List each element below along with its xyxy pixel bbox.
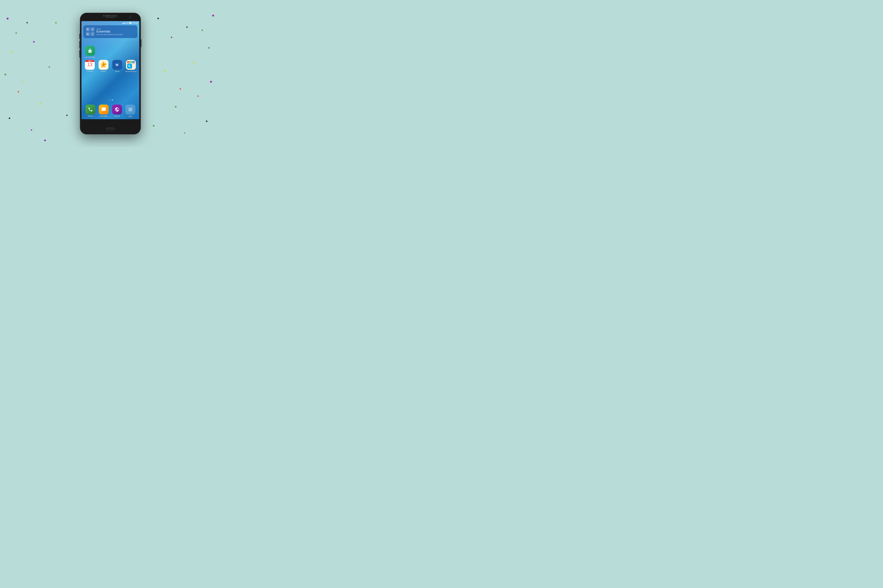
app-microsoft-apps[interactable]: X X W S Microsoft Apps [125,60,137,73]
secure-folder-label: Secure Folder [84,57,95,58]
gallery-label: Gallery [101,70,106,73]
dock: Phone Messages [81,103,139,119]
messages-label: Messages [100,115,108,117]
app-gallery[interactable]: Gallery [98,60,110,73]
svg-point-24 [131,110,132,111]
essentials-icon-list [90,27,95,32]
microsoft-apps-icon: X X W S [126,60,136,70]
page-dot-1 [108,100,109,100]
phone-screen: 91% 02:13 [81,21,139,119]
dock-row: Phone Messages [84,105,137,117]
apps-icon [125,105,135,114]
signal-icon [122,22,124,24]
svg-point-17 [130,108,131,108]
app-calendar[interactable]: WED 13 Calendar [84,60,96,73]
app-secure-folder[interactable]: Secure Folder [84,46,96,58]
speaker-grill [105,17,115,18]
phone-device: SAMSUNG 91% [80,13,141,134]
phone-icon [86,105,95,114]
bixby-button [79,50,80,58]
apps-label: Apps [128,115,132,117]
essentials-card[interactable]: Galaxy Essentials Must-have apps designe… [83,25,137,38]
status-bar: 91% 02:13 [81,21,139,25]
calendar-date: 13 [87,62,92,67]
svg-text:W: W [133,62,135,63]
microsoft-apps-label: Microsoft Apps [125,70,137,73]
word-icon: W [112,60,122,70]
home-button[interactable] [105,128,115,132]
apps-grid: Secure Folder WED 13 Calendar [81,46,139,74]
essentials-text-block: Galaxy Essentials Must-have apps designe… [96,28,123,35]
volume-down-button [79,41,80,48]
volume-up-button [79,34,80,39]
battery-icon [129,22,132,24]
app-apps[interactable]: Apps [124,105,137,117]
svg-point-21 [131,109,132,110]
word-label: Word [115,70,119,73]
app-row-1: Secure Folder [84,46,137,58]
svg-point-22 [129,110,129,111]
svg-point-19 [129,109,129,110]
app-internet[interactable]: Internet [111,105,123,117]
page-dot-3-active [112,100,113,100]
gallery-icon [99,60,108,70]
app-word[interactable]: W Word [111,60,123,73]
essentials-icon-game [86,32,90,36]
page-dot-2 [110,100,111,100]
battery-percent: 91% [125,22,128,24]
status-time: 02:13 [133,22,138,24]
essentials-icons-grid [86,27,95,36]
svg-text:X: X [130,62,131,63]
app-row-2: WED 13 Calendar [84,60,137,73]
svg-point-20 [130,109,131,110]
status-icons: 91% 02:13 [122,22,138,24]
front-camera [129,16,131,18]
secure-folder-icon [85,46,95,56]
app-phone[interactable]: Phone [84,105,97,117]
page-indicators [81,100,139,100]
essentials-description: Must-have apps designed for your Galaxy. [96,34,123,35]
phone-label: Phone [88,115,93,117]
essentials-title: Essentials [96,30,123,33]
svg-point-23 [130,110,131,111]
calendar-label: Calendar [86,70,93,73]
svg-text:S: S [128,64,130,68]
essentials-category: Galaxy [96,28,123,30]
power-button [141,39,141,47]
svg-text:W: W [116,63,119,66]
calendar-day: WED [85,60,95,62]
svg-point-18 [131,108,132,108]
svg-point-16 [129,108,129,108]
svg-point-5 [102,64,104,66]
calendar-icon: WED 13 [85,60,95,70]
internet-icon [112,105,122,114]
svg-text:X: X [128,62,129,63]
internet-label: Internet [114,115,120,117]
essentials-icon-star [86,27,90,32]
essentials-icon-play [90,32,95,36]
samsung-logo: SAMSUNG [103,15,118,17]
messages-icon [99,105,109,114]
app-messages[interactable]: Messages [98,105,110,117]
